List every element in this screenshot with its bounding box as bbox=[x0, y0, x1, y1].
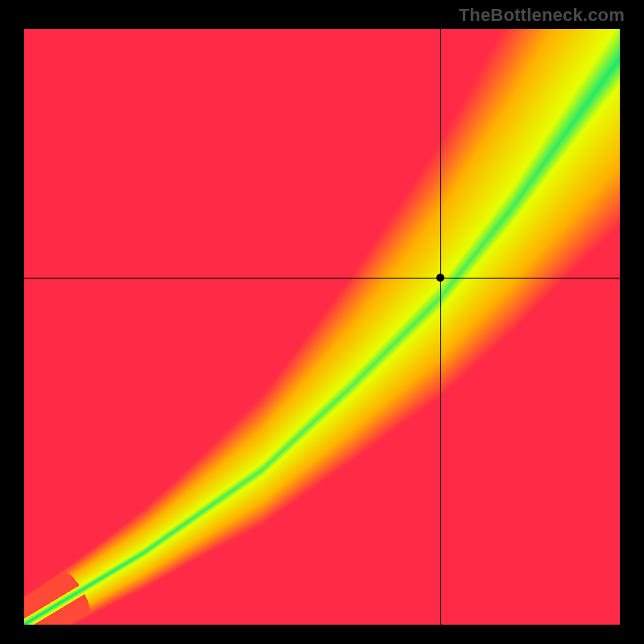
heatmap-canvas bbox=[24, 29, 620, 625]
watermark-text: TheBottleneck.com bbox=[459, 5, 625, 26]
heatmap-plot bbox=[24, 29, 620, 625]
stage: TheBottleneck.com bbox=[0, 0, 644, 644]
crosshair-horizontal bbox=[24, 278, 620, 279]
crosshair-vertical bbox=[440, 29, 441, 625]
marker-dot bbox=[436, 274, 444, 282]
